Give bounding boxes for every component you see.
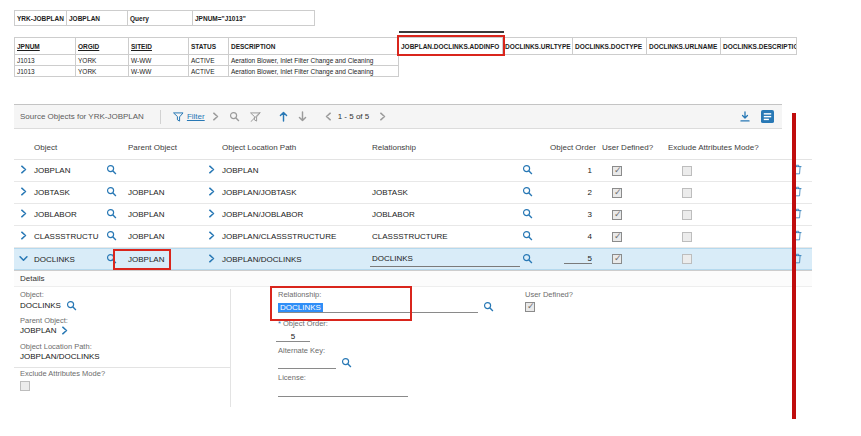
magnifier-icon[interactable] [341, 357, 352, 368]
chevron-right-icon[interactable] [202, 165, 220, 176]
chevron-right-icon[interactable] [14, 165, 32, 176]
alternate-key-input[interactable] [278, 356, 336, 369]
magnifier-icon[interactable] [104, 164, 126, 177]
grid-row[interactable]: JOBTASKJOBPLANJOBPLAN/JOBTASKJOBTASK2 [14, 182, 812, 204]
spreadsheet-column-header[interactable]: JPNUM [14, 37, 76, 55]
user-defined-checkbox[interactable] [600, 166, 662, 176]
spreadsheet-cell[interactable]: YORK [76, 55, 129, 66]
magnifier-icon[interactable] [520, 186, 548, 199]
spreadsheet-cell[interactable]: Aeration Blower, Inlet Filter Change and… [229, 66, 399, 77]
parent-object-cell[interactable]: JOBPLAN [126, 210, 202, 219]
object-cell[interactable]: JOBLABOR [32, 210, 104, 219]
magnifier-icon[interactable] [104, 230, 126, 243]
spreadsheet-meta-cell[interactable]: JOBPLAN [67, 10, 128, 26]
spreadsheet-cell[interactable] [573, 66, 647, 77]
clear-filter-icon[interactable] [250, 112, 261, 122]
user-defined-checkbox[interactable] [600, 188, 662, 198]
download-icon[interactable] [739, 111, 751, 122]
move-down-icon[interactable] [298, 111, 307, 122]
spreadsheet-column-header[interactable]: DOCLINKS.URLNAME [647, 37, 721, 55]
chevron-right-icon[interactable] [202, 231, 220, 242]
license-input[interactable] [278, 384, 408, 397]
spreadsheet-column-header[interactable]: ORGID [76, 37, 129, 55]
object-location-path-cell[interactable]: JOBPLAN/CLASSSTRUCTURE [220, 232, 370, 241]
trash-icon[interactable] [782, 164, 812, 177]
spreadsheet-column-header[interactable]: DOCLINKS.DOCTYPE [573, 37, 647, 55]
spreadsheet-column-header[interactable]: JOBPLAN.DOCLINKS.ADDINFO [399, 37, 503, 55]
object-location-path-cell[interactable]: JOBPLAN/JOBTASK [220, 188, 370, 197]
object-value[interactable]: DOCLINKS [20, 301, 61, 310]
object-location-path-cell[interactable]: JOBPLAN [220, 166, 370, 175]
previous-page-icon[interactable] [325, 112, 332, 121]
spreadsheet-cell[interactable]: YORK [76, 66, 129, 77]
spreadsheet-meta-cell[interactable]: YRK-JOBPLAN [14, 10, 67, 26]
object-order-cell[interactable]: 3 [548, 210, 600, 219]
user-defined-checkbox[interactable] [600, 254, 662, 264]
spreadsheet-cell[interactable] [399, 55, 503, 66]
spreadsheet-column-header[interactable]: DESCRIPTION [229, 37, 399, 55]
filter-expand-icon[interactable] [212, 112, 219, 121]
chevron-right-icon[interactable] [14, 187, 32, 198]
magnifier-icon[interactable] [520, 230, 548, 243]
spreadsheet-cell[interactable]: W-WW [129, 55, 189, 66]
chevron-down-icon[interactable] [14, 255, 32, 264]
relationship-value[interactable]: DOCLINKS [278, 303, 323, 312]
exclude-attributes-checkbox[interactable] [662, 166, 782, 176]
spreadsheet-meta-cell[interactable]: Query [128, 10, 193, 26]
search-icon[interactable] [229, 111, 240, 122]
magnifier-icon[interactable] [104, 208, 126, 221]
exclude-attributes-checkbox[interactable] [662, 232, 782, 242]
object-cell[interactable]: JOBPLAN [32, 166, 104, 175]
exclude-attributes-checkbox[interactable] [662, 210, 782, 220]
spreadsheet-cell[interactable] [399, 66, 503, 77]
exclude-attributes-checkbox[interactable] [20, 381, 30, 391]
object-location-path-cell[interactable]: JOBPLAN/JOBLABOR [220, 210, 370, 219]
object-order-value[interactable]: 5 [276, 329, 310, 342]
object-order-cell[interactable]: 4 [548, 232, 600, 241]
magnifier-icon[interactable] [483, 301, 494, 312]
spreadsheet-cell[interactable] [503, 66, 573, 77]
parent-object-cell[interactable]: JOBPLAN [126, 188, 202, 197]
exclude-attributes-checkbox[interactable] [662, 254, 782, 264]
spreadsheet-cell[interactable]: J1013 [14, 55, 76, 66]
user-defined-checkbox[interactable] [600, 210, 662, 220]
grid-row[interactable]: JOBLABORJOBPLANJOBPLAN/JOBLABORJOBLABOR3 [14, 204, 812, 226]
spreadsheet-cell[interactable] [721, 66, 797, 77]
chevron-right-icon[interactable] [202, 254, 220, 265]
spreadsheet-cell[interactable]: ACTIVE [189, 66, 229, 77]
next-page-icon[interactable] [379, 112, 386, 121]
trash-icon[interactable] [782, 253, 812, 266]
parent-object-value[interactable]: JOBPLAN [20, 326, 56, 335]
spreadsheet-meta-cell[interactable]: JPNUM="J1013" [193, 10, 315, 26]
magnifier-icon[interactable] [520, 164, 548, 177]
spreadsheet-cell[interactable] [721, 55, 797, 66]
magnifier-icon[interactable] [104, 253, 126, 266]
spreadsheet-cell[interactable] [573, 55, 647, 66]
spreadsheet-column-header[interactable]: SITEID [129, 37, 189, 55]
spreadsheet-cell[interactable] [647, 66, 721, 77]
chevron-right-icon[interactable] [202, 187, 220, 198]
relationship-cell[interactable]: CLASSSTRUCTURE [370, 232, 520, 241]
user-defined-checkbox[interactable] [525, 302, 535, 312]
grid-row[interactable]: DOCLINKSJOBPLANJOBPLAN/DOCLINKSDOCLINKS5 [14, 248, 812, 270]
grid-row[interactable]: JOBPLANJOBPLAN1 [14, 160, 812, 182]
relationship-cell[interactable]: JOBTASK [370, 188, 520, 197]
spreadsheet-cell[interactable]: J1013 [14, 66, 76, 77]
detail-menu-icon[interactable] [761, 110, 774, 123]
object-order-cell[interactable]: 2 [548, 188, 600, 197]
relationship-cell[interactable]: DOCLINKS [370, 252, 520, 267]
chevron-right-icon[interactable] [14, 231, 32, 242]
magnifier-icon[interactable] [104, 186, 126, 199]
chevron-right-icon[interactable] [14, 209, 32, 220]
exclude-attributes-checkbox[interactable] [662, 188, 782, 198]
object-order-cell[interactable]: 5 [548, 254, 600, 264]
trash-icon[interactable] [782, 208, 812, 221]
object-order-cell[interactable]: 1 [548, 166, 600, 175]
magnifier-icon[interactable] [520, 208, 548, 221]
filter-link[interactable]: Filter [187, 112, 205, 121]
spreadsheet-cell[interactable]: W-WW [129, 66, 189, 77]
grid-row[interactable]: CLASSSTRUCTUJOBPLANJOBPLAN/CLASSSTRUCTUR… [14, 226, 812, 248]
object-cell[interactable]: CLASSSTRUCTU [32, 232, 104, 241]
user-defined-checkbox[interactable] [600, 232, 662, 242]
trash-icon[interactable] [782, 186, 812, 199]
